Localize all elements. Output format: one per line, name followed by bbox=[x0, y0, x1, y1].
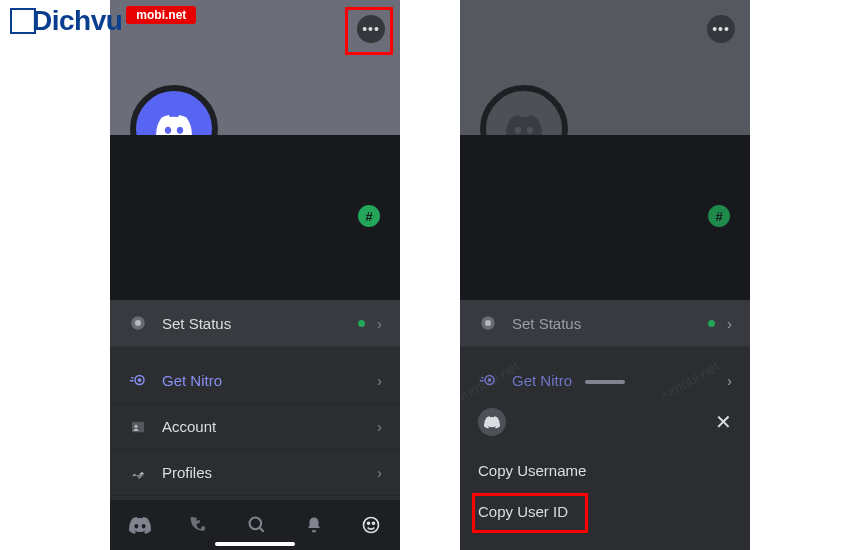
set-status-label: Set Status bbox=[162, 315, 231, 332]
svg-point-10 bbox=[364, 518, 379, 533]
copy-username-label: Copy Username bbox=[478, 462, 586, 479]
more-icon: ••• bbox=[712, 21, 730, 37]
profile-banner: ••• bbox=[460, 0, 750, 135]
logo-badge: mobi.net bbox=[126, 6, 196, 24]
svg-point-11 bbox=[368, 522, 370, 524]
chevron-icon: › bbox=[727, 315, 732, 332]
account-label: Account bbox=[162, 418, 216, 435]
svg-rect-18 bbox=[480, 380, 484, 382]
profiles-icon bbox=[128, 465, 148, 481]
svg-point-12 bbox=[373, 522, 375, 524]
menu-item-profiles[interactable]: Profiles › bbox=[110, 450, 400, 496]
sheet-avatar bbox=[478, 408, 506, 436]
chevron-icon: › bbox=[377, 372, 382, 389]
chevron-icon: › bbox=[377, 418, 382, 435]
status-icon bbox=[128, 314, 148, 332]
context-sheet: ✕ Copy Username Copy User ID bbox=[460, 396, 750, 550]
sheet-drag-handle[interactable] bbox=[585, 380, 625, 384]
hash-icon: # bbox=[365, 209, 372, 224]
nitro-icon bbox=[478, 371, 498, 389]
nav-friends-icon[interactable] bbox=[189, 515, 209, 535]
close-icon: ✕ bbox=[715, 411, 732, 433]
screenshot-left: ••• # Set Status › bbox=[110, 0, 400, 550]
nav-notifications-icon[interactable] bbox=[305, 515, 323, 535]
svg-point-14 bbox=[485, 320, 491, 326]
status-dot-online bbox=[708, 320, 715, 327]
status-icon bbox=[478, 314, 498, 332]
account-icon bbox=[128, 419, 148, 435]
annotation-highlight-copy-id bbox=[472, 493, 588, 533]
nav-profile-icon[interactable] bbox=[361, 515, 381, 535]
svg-rect-4 bbox=[131, 377, 133, 379]
nitro-icon bbox=[128, 371, 148, 389]
svg-point-8 bbox=[250, 518, 262, 530]
svg-rect-17 bbox=[481, 377, 483, 379]
nav-search-icon[interactable] bbox=[247, 515, 267, 535]
chevron-icon: › bbox=[377, 464, 382, 481]
chevron-icon: › bbox=[377, 315, 382, 332]
menu-item-get-nitro[interactable]: Get Nitro › bbox=[110, 357, 400, 404]
screenshot-right: dichvumobi.net dichvumobi.net dichvumobi… bbox=[460, 0, 750, 550]
home-indicator bbox=[215, 542, 295, 546]
hypesquad-badge[interactable]: # bbox=[358, 205, 380, 227]
menu-item-set-status[interactable]: Set Status › bbox=[110, 300, 400, 347]
set-status-label: Set Status bbox=[512, 315, 581, 332]
get-nitro-label: Get Nitro bbox=[162, 372, 222, 389]
chevron-icon: › bbox=[727, 372, 732, 389]
hash-icon: # bbox=[715, 209, 722, 224]
svg-point-1 bbox=[135, 320, 141, 326]
profiles-label: Profiles bbox=[162, 464, 212, 481]
bottom-nav-bar bbox=[110, 500, 400, 550]
profile-lower: # bbox=[110, 135, 400, 300]
status-dot-online bbox=[358, 320, 365, 327]
annotation-highlight-more bbox=[345, 7, 393, 55]
logo-text: Dichvu bbox=[32, 5, 122, 37]
svg-line-9 bbox=[260, 528, 264, 532]
svg-rect-5 bbox=[130, 380, 134, 382]
more-options-button[interactable]: ••• bbox=[707, 15, 735, 43]
sheet-copy-user-id[interactable]: Copy User ID bbox=[478, 491, 732, 532]
get-nitro-label: Get Nitro bbox=[512, 372, 572, 389]
nav-discord-icon[interactable] bbox=[129, 517, 151, 534]
svg-point-7 bbox=[134, 424, 137, 427]
menu-item-account[interactable]: Account › bbox=[110, 404, 400, 450]
profile-lower: # bbox=[460, 135, 750, 300]
hypesquad-badge[interactable]: # bbox=[708, 205, 730, 227]
menu-item-set-status[interactable]: Set Status › bbox=[460, 300, 750, 347]
sheet-copy-username[interactable]: Copy Username bbox=[478, 450, 732, 491]
sheet-close-button[interactable]: ✕ bbox=[715, 410, 732, 434]
svg-point-16 bbox=[488, 378, 492, 382]
site-watermark-logo: Dichvu mobi.net bbox=[10, 5, 196, 37]
svg-point-3 bbox=[138, 378, 142, 382]
